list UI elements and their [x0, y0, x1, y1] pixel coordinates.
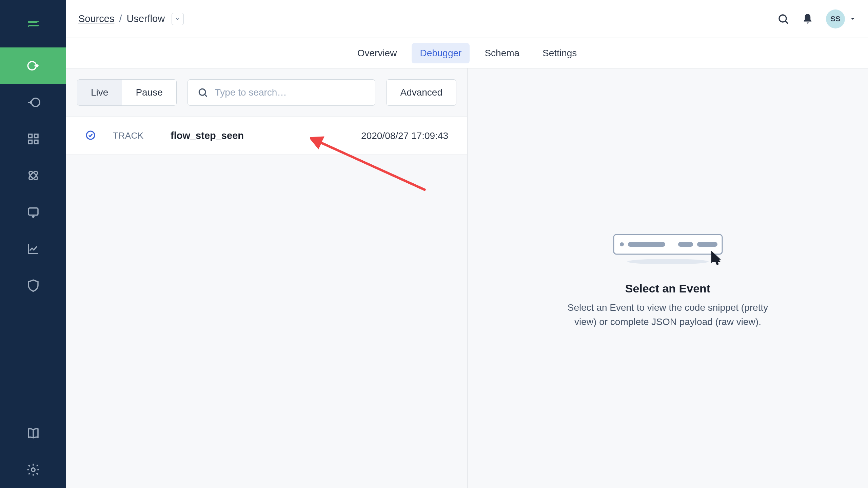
topbar-actions: SS	[777, 9, 856, 28]
breadcrumb: Sources / Userflow	[78, 13, 184, 25]
event-stream-panel: Live Pause Advanced TRACK flow_step_seen…	[66, 68, 468, 488]
bell-icon	[802, 13, 814, 25]
svg-point-12	[779, 15, 786, 22]
empty-state-description: Select an Event to view the code snippet…	[559, 301, 776, 329]
atom-icon	[26, 168, 40, 183]
pause-button[interactable]: Pause	[122, 80, 176, 105]
analytics-icon	[26, 242, 40, 256]
svg-line-15	[315, 140, 426, 190]
event-type-label: TRACK	[113, 130, 154, 141]
svg-point-13	[199, 89, 205, 95]
empty-state: Select an Event Select an Event to view …	[559, 228, 776, 329]
nav-item-connections[interactable]	[0, 194, 66, 230]
search-icon	[777, 13, 789, 25]
svg-point-21	[627, 259, 709, 264]
debugger-controls: Live Pause Advanced	[66, 68, 467, 106]
content-split: Live Pause Advanced TRACK flow_step_seen…	[66, 68, 868, 488]
breadcrumb-current: Userflow	[126, 13, 165, 24]
tab-settings[interactable]: Settings	[534, 43, 585, 63]
live-pause-toggle: Live Pause	[77, 79, 177, 106]
svg-rect-4	[28, 134, 32, 138]
svg-rect-10	[28, 208, 38, 215]
nav-item-docs[interactable]	[0, 415, 66, 451]
nav-item-sources[interactable]	[0, 47, 66, 84]
chevron-down-icon	[850, 16, 856, 22]
advanced-button[interactable]: Advanced	[386, 79, 456, 106]
svg-point-11	[31, 468, 35, 472]
svg-point-1	[27, 25, 29, 27]
source-tabs: Overview Debugger Schema Settings	[66, 38, 868, 68]
grid-icon	[26, 132, 40, 146]
search-button[interactable]	[777, 13, 789, 25]
nav-rail	[0, 0, 66, 488]
nav-item-analytics[interactable]	[0, 230, 66, 267]
svg-point-17	[620, 242, 624, 246]
event-detail-panel: Select an Event Select an Event to view …	[468, 68, 868, 488]
tab-debugger[interactable]: Debugger	[412, 43, 470, 63]
empty-state-illustration	[559, 228, 776, 268]
breadcrumb-dropdown-toggle[interactable]	[172, 13, 184, 25]
avatar: SS	[826, 9, 845, 28]
event-search[interactable]	[188, 79, 376, 106]
user-menu[interactable]: SS	[826, 9, 856, 28]
event-search-input[interactable]	[215, 87, 366, 98]
event-row[interactable]: TRACK flow_step_seen 2020/08/27 17:09:43	[66, 117, 467, 155]
svg-rect-19	[678, 242, 693, 247]
main-area: Sources / Userflow SS Overview Debugger …	[66, 0, 868, 488]
tab-schema[interactable]: Schema	[476, 43, 528, 63]
shield-icon	[26, 278, 40, 292]
nav-item-privacy[interactable]	[0, 267, 66, 304]
empty-state-title: Select an Event	[559, 282, 776, 295]
nav-item-catalog[interactable]	[0, 121, 66, 157]
tab-overview[interactable]: Overview	[349, 43, 405, 63]
sources-icon	[26, 59, 40, 73]
destinations-icon	[26, 95, 40, 109]
nav-item-protocols[interactable]	[0, 157, 66, 194]
nav-item-settings[interactable]	[0, 451, 66, 488]
svg-point-0	[37, 21, 38, 22]
nav-item-destinations[interactable]	[0, 84, 66, 121]
event-status-icon	[85, 130, 96, 142]
brand-logo	[0, 0, 66, 47]
svg-point-3	[31, 98, 40, 107]
svg-rect-7	[34, 140, 38, 144]
event-list: TRACK flow_step_seen 2020/08/27 17:09:43	[66, 117, 467, 155]
search-icon	[197, 87, 208, 98]
event-timestamp: 2020/08/27 17:09:43	[361, 130, 448, 141]
gear-icon	[26, 463, 40, 477]
book-icon	[26, 426, 40, 440]
event-name: flow_step_seen	[171, 130, 344, 141]
segment-logo-icon	[26, 17, 40, 31]
check-circle-icon	[85, 130, 96, 141]
svg-rect-6	[28, 140, 32, 144]
chevron-down-icon	[175, 17, 180, 21]
breadcrumb-separator: /	[119, 13, 122, 24]
breadcrumb-root-link[interactable]: Sources	[78, 13, 114, 24]
notifications-button[interactable]	[802, 13, 814, 25]
annotation-arrow	[310, 136, 432, 197]
card-arrow-icon	[26, 205, 40, 219]
svg-rect-5	[34, 134, 38, 138]
topbar: Sources / Userflow SS	[66, 0, 868, 38]
svg-rect-20	[697, 242, 717, 247]
live-button[interactable]: Live	[77, 80, 122, 105]
svg-rect-18	[628, 242, 665, 247]
